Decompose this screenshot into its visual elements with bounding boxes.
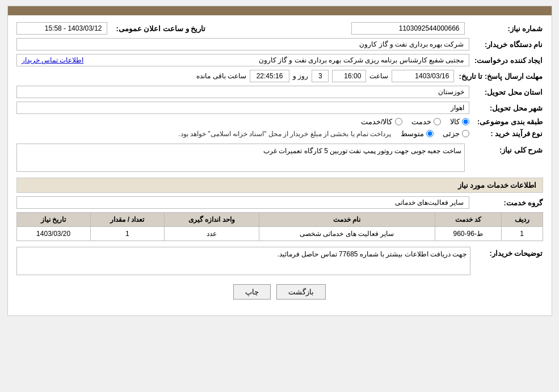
ostan-value: خوزستان: [16, 86, 469, 98]
main-container: شماره نیاز: 1103092544000666 تاریخ و ساع…: [7, 6, 552, 316]
cell-radif: 1: [501, 227, 543, 241]
nam-dastgah-row: نام دستگاه خریدار: شرکت بهره برداری نفت …: [16, 38, 543, 50]
shomara-niaz-label: شماره نیاز:: [469, 24, 543, 33]
cell-tedad: 1: [90, 227, 164, 241]
shahr-row: شهر محل تحویل: اهواز: [16, 102, 543, 114]
ostan-label: استان محل تحویل:: [469, 88, 543, 96]
col-vahed: واحد اندازه گیری: [164, 213, 259, 227]
sharh-row: شرح کلی نیاز:: [16, 144, 543, 172]
nooe-farayand-area: جزئی متوسط پرداخت تمام یا بخشی از مبلغ خ…: [16, 129, 469, 138]
khadamat-title: اطلاعات خدمات مورد نیاز: [458, 181, 537, 189]
gorohe-khedmat-label: گروه خدمت:: [469, 199, 543, 207]
shahr-label: شهر محل تحویل:: [469, 104, 543, 112]
print-button[interactable]: چاپ: [233, 284, 271, 300]
shahr-value: اهواز: [16, 102, 469, 114]
tozihat-textarea: [16, 247, 470, 275]
col-kod-khedmat: کد خدمت: [435, 213, 501, 227]
mohlat-rooz-value: 3: [312, 70, 329, 82]
tozihat-label: توضیحات خریدار:: [475, 247, 543, 258]
tabaqe-kala-khedmat-label: کالا/خدمت: [361, 117, 393, 126]
mohlat-rooz-label: روز و: [293, 72, 308, 80]
table-row: 1ط-96-960سایر فعالیت های خدماتی شخصیعدد1…: [16, 227, 543, 241]
mohlat-saat-value: 16:00: [332, 70, 366, 82]
farayand-desc: پرداخت تمام یا بخشی از مبلغ خریدار از مح…: [178, 130, 391, 138]
content-area: شماره نیاز: 1103092544000666 تاریخ و ساع…: [8, 15, 552, 315]
col-nam-khedmat: نام خدمت: [259, 213, 435, 227]
gorohe-khedmat-value: سایر فعالیت‌های خدماتی: [16, 196, 469, 209]
farayand-mootaset-label: متوسط: [401, 129, 424, 138]
sharh-label: شرح کلی نیاز:: [469, 144, 543, 154]
farayand-jozi-item: جزئی: [443, 129, 469, 138]
tabaqe-kala-radio[interactable]: [462, 118, 469, 125]
col-tarikh-niaz: تاریخ نیاز: [16, 213, 90, 227]
niaz-elaan-row: شماره نیاز: 1103092544000666 تاریخ و ساع…: [16, 22, 543, 35]
tarikh-elaan-label: تاریخ و ساعت اعلان عمومی:: [112, 24, 206, 33]
notes-section: توضیحات خریدار:: [16, 247, 543, 275]
cell-vahed: عدد: [164, 227, 259, 241]
shomara-niaz-value: 1103092544000666: [351, 22, 465, 35]
farayand-mootaset-item: متوسط: [401, 129, 434, 138]
tabaqe-khedmat-item: خدمت: [411, 117, 441, 126]
tabaqe-group: کالا خدمت کالا/خدمت: [361, 117, 469, 126]
khadamat-header: اطلاعات خدمات مورد نیاز: [16, 178, 543, 193]
tabaqe-label: طبقه بندی موضوعی:: [469, 117, 543, 126]
gorohe-khedmat-row: گروه خدمت: سایر فعالیت‌های خدماتی: [16, 196, 543, 209]
sharh-section: شرح کلی نیاز:: [16, 144, 543, 172]
mohlat-mande-label: ساعت باقی مانده: [196, 72, 246, 80]
mohlat-label: مهلت ارسال پاسخ: تا تاریخ:: [454, 72, 543, 81]
nooe-farayand-label: نوع فرآیند خرید :: [469, 129, 543, 138]
farayand-jozi-label: جزئی: [443, 129, 460, 138]
tabaqe-khedmat-radio[interactable]: [434, 118, 441, 125]
cell-nam_khedmat: سایر فعالیت های خدماتی شخصی: [259, 227, 435, 241]
mohlat-row: مهلت ارسال پاسخ: تا تاریخ: 1403/03/16 سا…: [16, 70, 543, 82]
col-tedad: تعداد / مقدار: [90, 213, 164, 227]
nooe-farayand-row: نوع فرآیند خرید : جزئی متوسط پرداخت تمام…: [16, 129, 543, 138]
ejad-konande-row: ایجاد کننده درخواست: مجتبی شفیع کارشناس …: [16, 54, 543, 66]
tamas-khardar-link[interactable]: اطلاعات تماس خریدار: [22, 56, 84, 64]
page-header: [8, 6, 552, 15]
tarikh-elaan-value: 1403/03/12 - 15:58: [16, 22, 107, 35]
table-header-row: ردیف کد خدمت نام خدمت واحد اندازه گیری ت…: [16, 213, 543, 227]
sharh-textarea: [16, 144, 465, 172]
mohlat-fields: 1403/03/16 ساعت 16:00 3 روز و 22:45:16 س…: [16, 70, 455, 82]
tabaqe-kala-item: کالا: [450, 117, 469, 126]
ostan-row: استان محل تحویل: خوزستان: [16, 86, 543, 98]
back-button[interactable]: بازگشت: [276, 284, 326, 300]
tabaqe-khedmat-label: خدمت: [411, 117, 431, 126]
tabaqe-kala-khedmat-radio[interactable]: [395, 118, 402, 125]
cell-kod_khedmat: ط-96-960: [435, 227, 501, 241]
ejad-konande-field: مجتبی شفیع کارشناس برنامه ریزی شرکت بهره…: [16, 54, 469, 66]
tabaqe-kala-khedmat-item: کالا/خدمت: [361, 117, 402, 126]
tabaqe-row: طبقه بندی موضوعی: کالا خدمت کالا/خدمت: [16, 117, 543, 126]
ejad-konande-label: ایجاد کننده درخواست:: [469, 56, 543, 65]
services-table: ردیف کد خدمت نام خدمت واحد اندازه گیری ت…: [16, 212, 543, 241]
farayand-mootaset-radio[interactable]: [426, 130, 434, 137]
mohlat-date: 1403/03/16: [392, 70, 454, 82]
button-row: بازگشت چاپ: [16, 284, 543, 309]
ejad-konande-value: مجتبی شفیع کارشناس برنامه ریزی شرکت بهره…: [259, 56, 464, 64]
tabaqe-kala-label: کالا: [450, 117, 460, 126]
mohlat-saat-label: ساعت: [369, 72, 388, 80]
mohlat-mande-value: 22:45:16: [250, 70, 289, 82]
farayand-jozi-radio[interactable]: [462, 130, 469, 137]
cell-tarikh_niaz: 1403/03/20: [16, 227, 90, 241]
nooe-farayand-group: جزئی متوسط: [401, 129, 469, 138]
col-radif: ردیف: [501, 213, 543, 227]
nam-dastgah-label: نام دستگاه خریدار:: [469, 40, 543, 49]
nam-dastgah-value: شرکت بهره برداری نفت و گاز کارون: [16, 38, 469, 50]
